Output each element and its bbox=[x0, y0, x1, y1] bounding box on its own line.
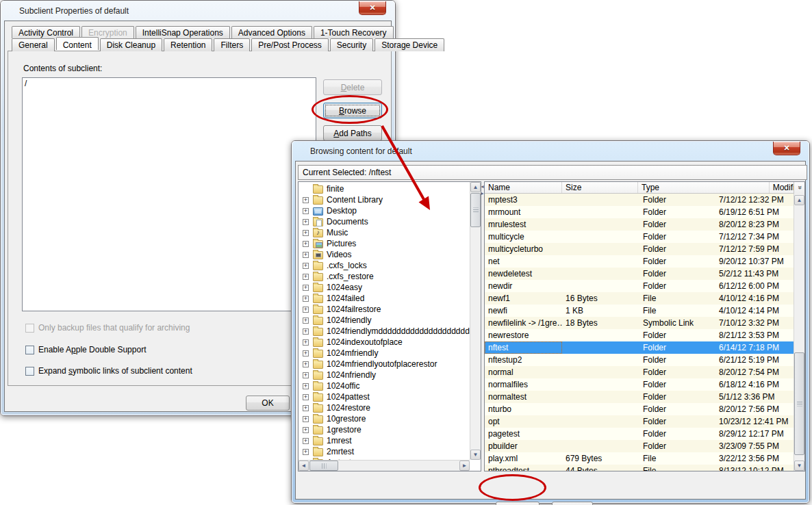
table-row[interactable]: net Folder 9/20/12 10:37 PM bbox=[485, 255, 794, 268]
tab[interactable]: Retention bbox=[164, 38, 212, 51]
table-row[interactable]: newdeletest Folder 5/2/12 11:43 PM bbox=[485, 268, 794, 280]
delete-button[interactable]: Delete bbox=[323, 79, 382, 95]
tree-item[interactable]: + 1024friendly bbox=[299, 315, 470, 326]
expander-plus-icon[interactable]: + bbox=[303, 241, 309, 247]
table-row[interactable]: normal Folder 8/20/12 7:54 PM bbox=[485, 366, 794, 378]
tree-item[interactable]: + .cxfs_restore bbox=[299, 271, 470, 282]
table-row[interactable]: nturbo Folder 8/20/12 7:56 PM bbox=[485, 403, 794, 415]
scroll-up-arrow[interactable]: ▲ bbox=[470, 182, 481, 192]
window2-titlebar[interactable]: Browsing content for default ✕ bbox=[292, 142, 809, 161]
checkbox[interactable] bbox=[25, 346, 34, 354]
checkbox-row[interactable]: Only backup files that qualify for archi… bbox=[25, 323, 190, 333]
expander-plus-icon[interactable]: + bbox=[303, 361, 309, 367]
window1-close-button[interactable]: ✕ bbox=[359, 1, 386, 15]
expander-plus-icon[interactable]: + bbox=[303, 416, 309, 422]
content-path-item[interactable]: / bbox=[23, 78, 316, 89]
tree-item[interactable]: + 1024offic bbox=[299, 380, 470, 391]
column-chooser-button[interactable]: » bbox=[794, 182, 804, 194]
scroll-left-arrow[interactable]: ◄ bbox=[299, 461, 309, 471]
table-row[interactable]: nftestup2 Folder 6/21/12 5:19 PM bbox=[485, 354, 794, 366]
add-button[interactable]: Add bbox=[496, 502, 540, 505]
tree-item[interactable]: + 1024mfriendlyoutofplacerestor bbox=[299, 359, 470, 370]
expander-plus-icon[interactable]: + bbox=[303, 208, 309, 214]
tree-item[interactable]: + 1024easy bbox=[299, 282, 470, 293]
expander-plus-icon[interactable]: + bbox=[303, 263, 309, 269]
scroll-down-arrow[interactable]: ▼ bbox=[794, 461, 804, 471]
tab[interactable]: Filters bbox=[214, 38, 250, 51]
expander-plus-icon[interactable]: + bbox=[303, 296, 309, 302]
tab[interactable]: Advanced Options bbox=[231, 26, 312, 38]
expander-plus-icon[interactable]: + bbox=[303, 285, 309, 291]
tree-hscroll-thumb[interactable] bbox=[309, 461, 338, 471]
table-row[interactable]: opt Folder 10/23/12 12:41 PM bbox=[485, 415, 794, 428]
close-button[interactable]: Close bbox=[552, 502, 593, 505]
table-row[interactable]: mrulestest Folder 8/20/12 8:23 PM bbox=[485, 218, 794, 231]
expander-plus-icon[interactable]: + bbox=[303, 274, 309, 280]
expander-plus-icon[interactable]: + bbox=[303, 219, 309, 225]
table-row[interactable]: newfi 1 KB File 4/10/12 4:14 PM bbox=[485, 305, 794, 317]
table-row[interactable]: multicycle Folder 7/12/12 7:34 PM bbox=[485, 231, 794, 243]
tab[interactable]: Content bbox=[56, 37, 99, 50]
column-header[interactable]: Type bbox=[638, 182, 770, 193]
browse-button[interactable]: Browse bbox=[323, 103, 382, 118]
expander-plus-icon[interactable]: + bbox=[303, 372, 309, 378]
expander-plus-icon[interactable]: + bbox=[303, 405, 309, 411]
tree-item[interactable]: + Content Library bbox=[299, 194, 470, 205]
checkbox[interactable] bbox=[25, 367, 34, 376]
tree-item[interactable]: + finite bbox=[299, 183, 470, 194]
table-row[interactable]: newfilelink -> /1gre… 18 Bytes Symbolic … bbox=[485, 317, 794, 329]
table-row[interactable]: pbuilder Folder 3/23/09 7:55 PM bbox=[485, 440, 794, 452]
tab[interactable]: Storage Device bbox=[375, 38, 444, 51]
subclient-content-listbox[interactable]: / bbox=[22, 77, 316, 311]
table-row[interactable]: mptest3 Folder 7/12/12 12:32 PM bbox=[485, 194, 794, 206]
scroll-down-arrow[interactable]: ▼ bbox=[470, 450, 481, 460]
table-row[interactable]: multicycleturbo Folder 7/12/12 7:59 PM bbox=[485, 243, 794, 255]
tree-item[interactable]: + 1024failrestore bbox=[299, 304, 470, 315]
table-row[interactable]: mrmount Folder 6/19/12 6:51 PM bbox=[485, 206, 794, 218]
tree-item[interactable]: + 1024mfriendly bbox=[299, 348, 470, 359]
column-header[interactable]: Size bbox=[562, 182, 638, 193]
table-row[interactable]: pagetest Folder 8/29/12 12:17 PM bbox=[485, 428, 794, 440]
tree-vertical-scrollbar[interactable]: ▲ ▼ bbox=[470, 182, 481, 460]
column-header[interactable]: Name bbox=[485, 182, 562, 193]
tree-item[interactable]: + 1024nfriendly bbox=[299, 370, 470, 380]
expander-plus-icon[interactable]: + bbox=[303, 230, 309, 236]
window1-titlebar[interactable]: Subclient Properties of default ✕ bbox=[1, 1, 394, 21]
table-row[interactable]: pthreadtest 44 Bytes File 8/13/12 10:12 … bbox=[485, 465, 794, 471]
expander-plus-icon[interactable]: + bbox=[303, 197, 309, 203]
expander-plus-icon[interactable]: + bbox=[303, 307, 309, 313]
expander-plus-icon[interactable]: + bbox=[303, 339, 309, 346]
table-row[interactable]: newrestore Folder 8/21/12 3:53 PM bbox=[485, 329, 794, 341]
tab[interactable]: 1-Touch Recovery bbox=[314, 26, 394, 38]
expander-plus-icon[interactable]: + bbox=[303, 427, 309, 433]
tree-item[interactable]: + Videos bbox=[299, 249, 470, 260]
list-vscroll-thumb[interactable] bbox=[794, 352, 804, 455]
tree-item[interactable]: + 2mrtest bbox=[299, 446, 470, 457]
tree-item[interactable]: + 1024friendlymddddddddddddddddddddddddd… bbox=[299, 326, 470, 337]
tree-item[interactable]: + 1024indexoutofplace bbox=[299, 337, 470, 348]
tab[interactable]: Security bbox=[330, 38, 373, 51]
ok-button[interactable]: OK bbox=[246, 396, 290, 411]
tab[interactable]: Pre/Post Process bbox=[251, 38, 329, 51]
tab[interactable]: General bbox=[12, 38, 55, 51]
tree-horizontal-scrollbar[interactable]: ◄ ► bbox=[299, 460, 470, 471]
scroll-up-arrow[interactable]: ▲ bbox=[794, 195, 804, 205]
tree-vscroll-thumb[interactable] bbox=[470, 193, 481, 227]
expander-plus-icon[interactable]: + bbox=[303, 383, 309, 389]
tree-item[interactable]: + 1mrest bbox=[299, 435, 470, 446]
table-row[interactable]: nftest Folder 6/14/12 7:18 PM bbox=[485, 341, 794, 354]
expander-plus-icon[interactable]: + bbox=[303, 438, 309, 444]
table-row[interactable]: newf1 16 Bytes File 4/10/12 4:16 PM bbox=[485, 292, 794, 305]
tab[interactable]: IntelliSnap Operations bbox=[136, 26, 230, 38]
tab[interactable]: Disk Cleanup bbox=[100, 38, 162, 51]
expander-plus-icon[interactable]: + bbox=[303, 252, 309, 258]
expander-plus-icon[interactable]: + bbox=[303, 449, 309, 455]
tree-item[interactable]: + Music bbox=[299, 227, 470, 238]
table-row[interactable]: normaltest Folder 5/1/12 3:36 PM bbox=[485, 391, 794, 403]
checkbox-row[interactable]: Enable Apple Double Support bbox=[25, 345, 146, 354]
checkbox[interactable] bbox=[25, 324, 34, 333]
table-row[interactable]: normalfiles Folder 6/18/12 4:16 PM bbox=[485, 378, 794, 391]
tree-item[interactable]: + Pictures bbox=[299, 238, 470, 249]
tree-item[interactable]: + 1024restore bbox=[299, 402, 470, 413]
expander-plus-icon[interactable]: + bbox=[303, 350, 309, 357]
